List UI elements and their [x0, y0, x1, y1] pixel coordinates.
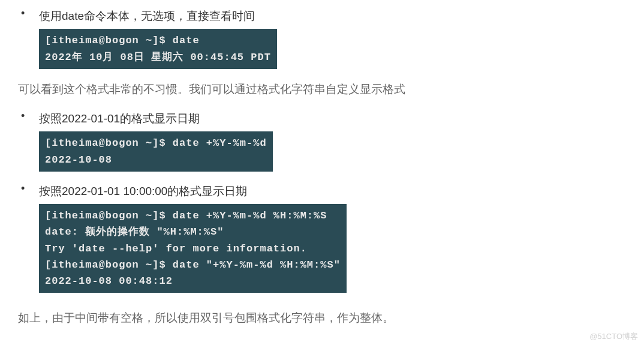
paragraph-2: 如上，由于中间带有空格，所以使用双引号包围格式化字符串，作为整体。: [18, 308, 626, 328]
bullet1-text: 使用date命令本体，无选项，直接查看时间: [39, 7, 626, 25]
terminal-block-3: [itheima@bogon ~]$ date +%Y-%m-%d %H:%M:…: [39, 204, 347, 293]
terminal-block-2: [itheima@bogon ~]$ date +%Y-%m-%d 2022-1…: [39, 131, 273, 171]
bullet2-text: 按照2022-01-01的格式显示日期: [39, 110, 626, 128]
terminal-line: date: 额外的操作数 "%H:%M:%S": [45, 224, 341, 240]
terminal-line: Try 'date --help' for more information.: [45, 241, 341, 257]
bullet3-text: 按照2022-01-01 10:00:00的格式显示日期: [39, 182, 626, 200]
terminal-line: [itheima@bogon ~]$ date +%Y-%m-%d: [45, 135, 267, 151]
terminal-line: [itheima@bogon ~]$ date: [45, 32, 271, 49]
bullet-list-2: 按照2022-01-01的格式显示日期 [itheima@bogon ~]$ d…: [39, 110, 626, 293]
bullet-item-3: 按照2022-01-01 10:00:00的格式显示日期 [itheima@bo…: [39, 182, 626, 293]
paragraph-1: 可以看到这个格式非常的不习惯。我们可以通过格式化字符串自定义显示格式: [18, 80, 626, 99]
watermark-text: @51CTO博客: [589, 331, 638, 342]
terminal-line: 2022年 10月 08日 星期六 00:45:45 PDT: [45, 49, 271, 65]
bullet-item-2: 按照2022-01-01的格式显示日期 [itheima@bogon ~]$ d…: [39, 110, 626, 172]
terminal-line: 2022-10-08 00:48:12: [45, 273, 341, 289]
terminal-line: [itheima@bogon ~]$ date +%Y-%m-%d %H:%M:…: [45, 208, 341, 224]
terminal-line: [itheima@bogon ~]$ date "+%Y-%m-%d %H:%M…: [45, 257, 341, 273]
bullet-list: 使用date命令本体，无选项，直接查看时间 [itheima@bogon ~]$…: [39, 7, 626, 69]
terminal-line: 2022-10-08: [45, 152, 267, 168]
bullet-item-1: 使用date命令本体，无选项，直接查看时间 [itheima@bogon ~]$…: [39, 7, 626, 69]
terminal-block-1: [itheima@bogon ~]$ date 2022年 10月 08日 星期…: [39, 29, 277, 68]
